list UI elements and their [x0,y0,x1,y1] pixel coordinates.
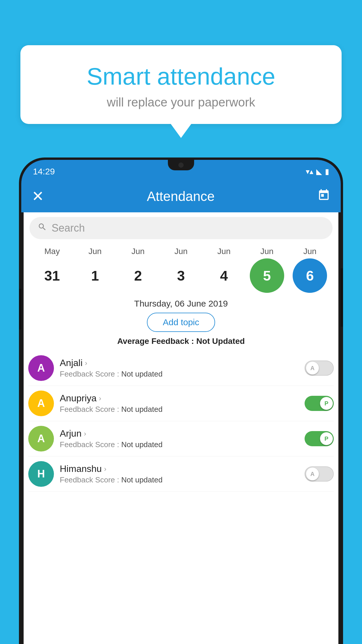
speech-bubble-container: Smart attendance will replace your paper… [20,45,342,124]
toggle-thumb: P [320,432,333,445]
date-31[interactable]: 31 [35,258,69,293]
student-name: Anupriya › [60,393,299,404]
avatar: A [28,426,54,452]
chevron-right-icon: › [84,430,86,438]
toggle-thumb: P [320,397,333,410]
student-info[interactable]: Himanshu › Feedback Score : Not updated [60,463,299,484]
status-icons: ▾▴ ◣ ▮ [306,167,329,176]
list-item: A Anupriya › Feedback Score : Not update… [28,386,334,421]
attendance-toggle[interactable]: P [305,396,334,411]
list-item: A Arjun › Feedback Score : Not updated P [28,421,334,456]
speech-bubble: Smart attendance will replace your paper… [20,45,342,124]
phone-screen: Search May Jun Jun Jun Jun Jun Jun 31 1 … [24,212,338,644]
status-time: 14:29 [33,167,55,176]
attendance-toggle[interactable]: A [305,466,334,482]
student-name: Anjali › [60,358,299,368]
toggle-thumb: A [306,468,319,480]
student-feedback: Feedback Score : Not updated [60,370,299,379]
date-6-selected[interactable]: 6 [293,258,327,293]
student-list: A Anjali › Feedback Score : Not updated … [24,351,338,492]
phone-inner: 14:29 ▾▴ ◣ ▮ ✕ Attendance [21,160,341,644]
month-6: Jun [293,247,327,256]
selected-date: Thursday, 06 June 2019 [24,299,338,309]
app-title: Attendance [147,188,215,204]
avatar: H [28,461,54,487]
month-4: Jun [207,247,241,256]
notch [168,160,194,170]
search-icon [38,222,47,234]
date-5-selected[interactable]: 5 [250,258,284,293]
close-button[interactable]: ✕ [32,188,44,205]
avg-feedback: Average Feedback : Not Updated [24,337,338,346]
avatar: A [28,355,54,381]
student-feedback: Feedback Score : Not updated [60,475,299,484]
phone-frame: 14:29 ▾▴ ◣ ▮ ✕ Attendance [19,158,343,644]
attendance-toggle[interactable]: P [305,431,334,446]
avatar: A [28,391,54,416]
student-name: Arjun › [60,428,299,439]
month-1: Jun [78,247,112,256]
avg-feedback-label: Average Feedback : [117,337,194,346]
date-1[interactable]: 1 [78,258,112,293]
camera [178,162,184,168]
chevron-right-icon: › [99,394,101,402]
student-name: Himanshu › [60,463,299,474]
chevron-right-icon: › [104,465,106,473]
speech-title: Smart attendance [38,63,324,90]
search-placeholder: Search [52,222,85,234]
search-bar[interactable]: Search [29,217,333,239]
student-feedback: Feedback Score : Not updated [60,440,299,449]
month-2: Jun [121,247,155,256]
signal-icon: ◣ [316,167,322,176]
student-info[interactable]: Anupriya › Feedback Score : Not updated [60,393,299,414]
month-0: May [35,247,69,256]
calendar-icon[interactable] [317,189,330,204]
wifi-icon: ▾▴ [306,167,313,176]
avg-feedback-value: Not Updated [196,337,245,346]
attendance-toggle[interactable]: A [305,360,334,376]
date-3[interactable]: 3 [164,258,198,293]
months-row: May Jun Jun Jun Jun Jun Jun [28,247,334,256]
add-topic-button[interactable]: Add topic [147,313,215,332]
calendar-strip: May Jun Jun Jun Jun Jun Jun 31 1 2 3 4 5… [24,244,338,298]
date-4[interactable]: 4 [207,258,241,293]
list-item: A Anjali › Feedback Score : Not updated … [28,351,334,386]
student-info[interactable]: Arjun › Feedback Score : Not updated [60,428,299,449]
app-bar: ✕ Attendance [21,180,341,212]
dates-row: 31 1 2 3 4 5 6 [28,256,334,298]
chevron-right-icon: › [85,359,87,367]
student-feedback: Feedback Score : Not updated [60,405,299,414]
date-2[interactable]: 2 [121,258,155,293]
month-5: Jun [250,247,284,256]
month-3: Jun [164,247,198,256]
speech-subtitle: will replace your paperwork [38,95,324,109]
student-info[interactable]: Anjali › Feedback Score : Not updated [60,358,299,379]
list-item: H Himanshu › Feedback Score : Not update… [28,456,334,492]
toggle-thumb: A [306,362,319,374]
battery-icon: ▮ [325,167,329,176]
